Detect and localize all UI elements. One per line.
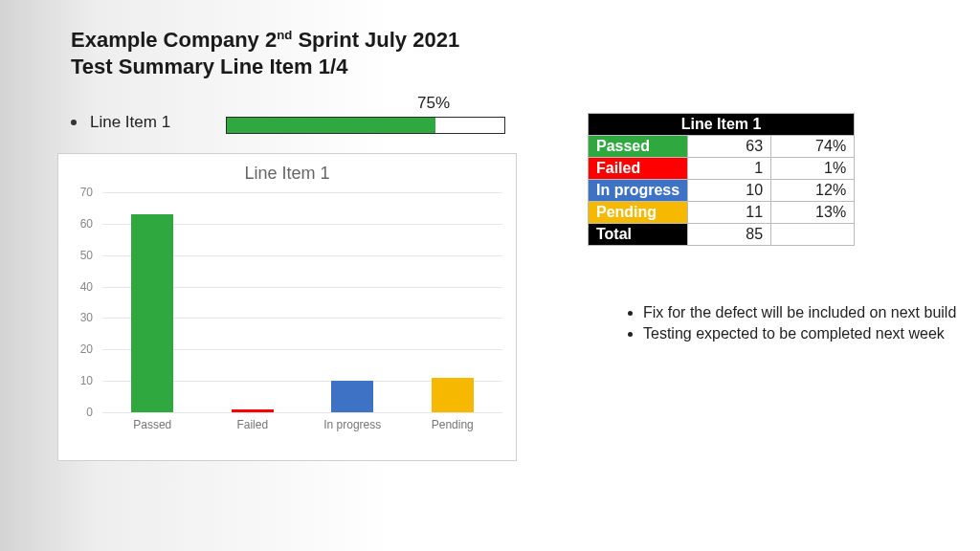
- y-tick-label: 40: [64, 280, 93, 294]
- chart-bar: [331, 381, 373, 412]
- note-item: Fix for the defect will be included on n…: [643, 304, 956, 321]
- y-tick-label: 30: [64, 311, 93, 324]
- table-row-pct: 1%: [771, 158, 855, 180]
- y-tick-label: 50: [64, 249, 93, 262]
- title-line1-post: Sprint July 2021: [292, 28, 459, 52]
- progress-bar-fill: [227, 118, 435, 133]
- bar-chart: Line Item 1 010203040506070 PassedFailed…: [57, 153, 517, 461]
- note-item: Testing expected to be completed next we…: [643, 325, 956, 342]
- table-row-label: Failed: [589, 158, 688, 180]
- chart-title: Line Item 1: [58, 164, 516, 184]
- y-tick-label: 70: [64, 186, 93, 199]
- table-row-count: 10: [688, 180, 771, 202]
- progress-bar: 75%: [226, 117, 503, 134]
- table-total-pct: [771, 224, 855, 246]
- slide-title: Example Company 2nd Sprint July 2021 Tes…: [71, 27, 459, 79]
- title-line2: Test Summary Line Item 1/4: [71, 55, 347, 78]
- notes-list: Fix for the defect will be included on n…: [588, 304, 956, 346]
- progress-bar-track: [226, 117, 505, 134]
- x-tick-label: Passed: [133, 418, 171, 431]
- chart-bar: [432, 378, 474, 412]
- x-tick-label: In progress: [323, 418, 381, 431]
- table-row-label: In progress: [589, 180, 688, 202]
- y-tick-label: 0: [64, 406, 93, 419]
- bullet-dot-icon: [71, 120, 77, 125]
- table-row: In progress1012%: [589, 180, 855, 202]
- line-item-label: Line Item 1: [90, 113, 170, 132]
- chart-bar: [232, 409, 274, 412]
- y-tick-label: 60: [64, 217, 93, 231]
- table-row-count: 63: [688, 136, 771, 158]
- line-item-bullet: Line Item 1: [71, 113, 170, 132]
- table-row: Pending1113%: [589, 202, 855, 224]
- table-total-count: 85: [688, 224, 771, 246]
- table-row: Failed11%: [589, 158, 855, 180]
- summary-table: Line Item 1 Passed6374%Failed11%In progr…: [588, 113, 855, 246]
- table-total-label: Total: [589, 224, 688, 246]
- y-tick-label: 20: [64, 342, 93, 356]
- chart-plot-area: 010203040506070: [102, 192, 502, 412]
- table-row-label: Passed: [589, 136, 688, 158]
- title-line1-ordinal: nd: [277, 28, 292, 42]
- table-row-count: 11: [688, 202, 771, 224]
- chart-bar: [131, 214, 173, 412]
- table-header: Line Item 1: [589, 114, 855, 136]
- table-row-pct: 12%: [771, 180, 855, 202]
- progress-percent-label: 75%: [417, 94, 450, 113]
- x-tick-label: Pending: [432, 418, 474, 431]
- table-row-label: Pending: [589, 202, 688, 224]
- table-row: Passed6374%: [589, 136, 855, 158]
- table-row-pct: 74%: [771, 136, 855, 158]
- title-line1-pre: Example Company 2: [71, 28, 277, 52]
- table-row-pct: 13%: [771, 202, 855, 224]
- table-row-count: 1: [688, 158, 771, 180]
- y-tick-label: 10: [64, 374, 93, 387]
- x-tick-label: Failed: [236, 418, 268, 431]
